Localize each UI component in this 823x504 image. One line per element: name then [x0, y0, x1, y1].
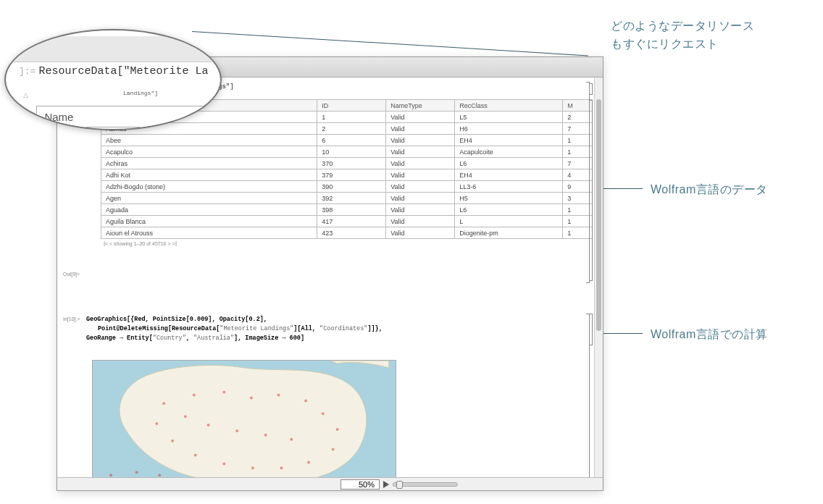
svg-point-22 [135, 471, 138, 474]
svg-point-5 [277, 393, 280, 396]
zoom-control[interactable]: 50% [341, 479, 458, 490]
svg-point-10 [307, 461, 310, 463]
table-cell: Valid [386, 181, 455, 193]
cell-group-bracket[interactable] [586, 314, 590, 477]
zoom-value[interactable]: 50% [341, 479, 380, 490]
table-cell: L6 [455, 204, 563, 216]
table-header[interactable]: NameType [386, 100, 455, 112]
svg-point-12 [251, 466, 254, 469]
table-pagination[interactable]: ǀ< < showing 1–20 of 45716 > >ǀ [101, 241, 593, 247]
table-cell: 392 [317, 193, 386, 204]
table-cell: EH4 [455, 169, 563, 181]
table-cell: 10 [317, 146, 386, 158]
svg-point-3 [222, 391, 225, 394]
annotation-resource-request: どのようなデータリソース もすぐにリクエスト [611, 19, 754, 52]
table-cell: Valid [386, 204, 455, 216]
notebook-warning-icon: ▲ [23, 115, 29, 122]
table-cell: Valid [386, 169, 455, 181]
input-prompt: ]:= [19, 66, 35, 77]
svg-point-6 [304, 399, 307, 402]
table-cell: Valid [386, 193, 455, 204]
notebook-warning-icon: △ [23, 91, 28, 98]
table-row[interactable]: Aguada398ValidL61 [101, 204, 593, 216]
table-cell: Aguada [101, 204, 317, 216]
table-row[interactable]: Acapulco10ValidAcapulcoite1 [101, 146, 593, 158]
table-cell: Valid [386, 146, 455, 158]
table-cell: L5 [455, 112, 563, 123]
table-cell: 398 [317, 204, 386, 216]
svg-point-16 [155, 422, 158, 425]
table-cell: Adzhi-Bogdo (stone) [101, 181, 317, 193]
svg-point-13 [222, 462, 225, 465]
map-output [92, 360, 396, 477]
table-cell: H5 [455, 193, 563, 204]
table-cell: Valid [386, 112, 455, 123]
zoom-slider[interactable] [393, 482, 458, 487]
svg-point-11 [280, 466, 283, 469]
zoom-slider-thumb[interactable] [396, 481, 403, 489]
svg-point-8 [336, 428, 339, 431]
svg-point-23 [158, 474, 161, 476]
table-cell: Valid [386, 216, 455, 227]
table-cell: Abee [101, 135, 317, 146]
annotation-wl-compute: Wolfram言語での計算 [651, 327, 768, 343]
table-cell: Valid [386, 123, 455, 135]
table-cell: Aioun el Atrouss [101, 227, 317, 239]
table-row[interactable]: Aguila Blanca417ValidL1 [101, 216, 593, 227]
table-header[interactable]: ID [317, 100, 386, 112]
notebook-footer: 50% [57, 477, 603, 490]
table-row[interactable]: Adzhi-Bogdo (stone)390ValidLL3-69 [101, 181, 593, 193]
cell-group-bracket[interactable] [586, 82, 590, 283]
svg-point-1 [162, 402, 165, 405]
table-cell: 390 [317, 181, 386, 193]
table-cell: Valid [386, 135, 455, 146]
annotation-line: もすぐにリクエスト [611, 37, 754, 52]
table-cell: L [455, 216, 563, 227]
magnifier-code-line: ]:=ResourceData["Meteorite La [19, 65, 208, 77]
annotation-line: どのようなデータリソース [611, 19, 754, 34]
magnifier-titlebar-fragment [4, 36, 222, 62]
table-cell: 1 [317, 112, 386, 123]
table-cell: Adhi Kot [101, 169, 317, 181]
table-cell: Aguila Blanca [101, 216, 317, 227]
table-row[interactable]: Agen392ValidH53 [101, 193, 593, 204]
magnifier-column-label: Name [44, 111, 73, 123]
table-row[interactable]: Abee6ValidEH41 [101, 135, 593, 146]
arrow-line [192, 31, 588, 56]
table-row[interactable]: Achiras370ValidL67 [101, 158, 593, 169]
table-cell: EH4 [455, 135, 563, 146]
svg-point-24 [109, 474, 112, 476]
vertical-scrollbar[interactable] [594, 77, 603, 477]
table-cell: L6 [455, 158, 563, 169]
svg-point-15 [171, 440, 174, 442]
svg-point-7 [322, 412, 325, 415]
svg-point-2 [193, 393, 196, 396]
table-cell: 423 [317, 227, 386, 239]
table-cell: Agen [101, 193, 317, 204]
table-header[interactable]: RecClass [455, 100, 563, 112]
table-cell: 417 [317, 216, 386, 227]
svg-point-9 [332, 448, 335, 451]
magnifier-overlay: ]:=ResourceData["Meteorite La Landings"]… [4, 29, 222, 130]
magnifier-code-text: ResourceData["Meteorite La [38, 65, 208, 77]
table-cell: Acapulco [101, 146, 317, 158]
table-cell: Valid [386, 227, 455, 239]
scrollbar-thumb[interactable] [596, 99, 601, 331]
table-cell: 6 [317, 135, 386, 146]
table-cell: Achiras [101, 158, 317, 169]
svg-point-14 [194, 454, 197, 457]
table-cell: Diogenite-pm [455, 227, 563, 239]
table-row[interactable]: Adhi Kot379ValidEH44 [101, 169, 593, 181]
svg-point-19 [264, 434, 267, 437]
svg-point-21 [184, 415, 187, 418]
table-cell: Valid [386, 158, 455, 169]
table-row[interactable]: Aarhus2ValidH67 [101, 123, 593, 135]
zoom-play-icon[interactable] [383, 481, 389, 488]
geo-code-cell[interactable]: GeoGraphics[{Red, PointSize[0.009], Opac… [86, 315, 593, 343]
table-cell: LL3-6 [455, 181, 563, 193]
table-cell: Acapulcoite [455, 146, 563, 158]
table-cell: 379 [317, 169, 386, 181]
cell-input-label: In[10]:= [63, 316, 80, 322]
table-row[interactable]: Aioun el Atrouss423ValidDiogenite-pm1 [101, 227, 593, 239]
svg-point-20 [290, 438, 293, 441]
